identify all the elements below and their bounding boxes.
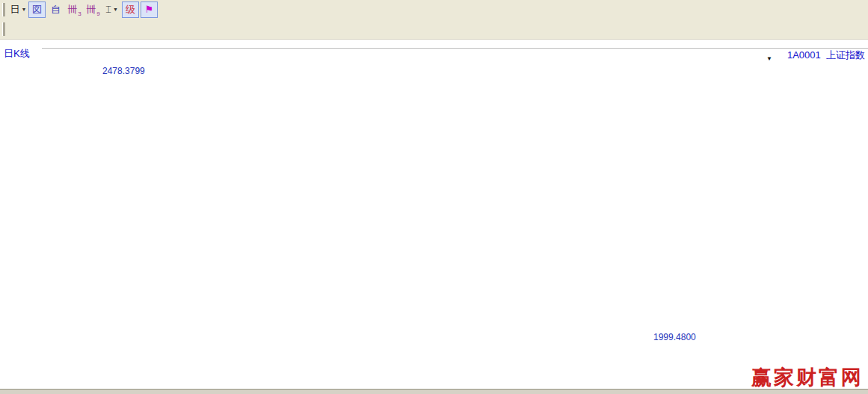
stock-info-icon[interactable]: 自	[47, 1, 64, 18]
window-bottom-edge	[0, 389, 868, 394]
period-label: 日K线	[4, 47, 30, 61]
glyph-sub: 9	[96, 11, 99, 17]
glyph: ⌶	[105, 4, 111, 14]
glyph: 図	[32, 4, 42, 14]
toolbar-row-1: 日▼図自卌3卌9⌶▼级⚑	[0, 0, 868, 19]
symbol-code: 1A0001	[787, 49, 821, 61]
symbol-marker-icon: ▼	[766, 55, 772, 62]
glyph-sub: 3	[78, 11, 81, 17]
dropdown-arrow-icon: ▼	[22, 7, 27, 12]
symbol-name: 上证指数	[826, 49, 865, 61]
kline-style-icon[interactable]: ⌶▼	[103, 1, 120, 18]
peak-price-annotation: 2478.3799	[102, 66, 145, 76]
period-selector-icon[interactable]: 日▼	[10, 1, 27, 18]
toolbar-grip[interactable]	[2, 3, 5, 16]
toolbar-grip[interactable]	[2, 22, 5, 36]
trading-app-window: 日▼図自卌3卌9⌶▼级⚑ 日K线 ▼ 1A0001 上证指数 2478.3799…	[0, 0, 868, 394]
ma-line-9-icon[interactable]: 卌9	[84, 1, 102, 18]
dropdown-arrow-icon: ▼	[113, 7, 118, 12]
date-axis-separator	[42, 48, 868, 49]
overlay-compare-icon[interactable]: 级	[122, 1, 139, 18]
toolbar-row-2	[0, 19, 868, 38]
toolbar-area: 日▼図自卌3卌9⌶▼级⚑	[0, 0, 868, 40]
glyph: 自	[51, 4, 61, 14]
low-price-annotation: 1999.4800	[653, 332, 696, 342]
transform-view-icon[interactable]: 図	[28, 1, 46, 18]
watermark: 赢家财富网	[751, 364, 864, 391]
ma-line-3-icon[interactable]: 卌3	[66, 1, 83, 18]
glyph: ⚑	[145, 4, 154, 14]
glyph: 级	[126, 4, 135, 14]
glyph: 卌	[86, 4, 96, 14]
glyph: 日	[10, 4, 20, 14]
glyph: 卌	[67, 4, 77, 14]
symbol-label: 1A0001 上证指数	[787, 49, 865, 62]
draw-flag-icon[interactable]: ⚑	[141, 1, 158, 18]
